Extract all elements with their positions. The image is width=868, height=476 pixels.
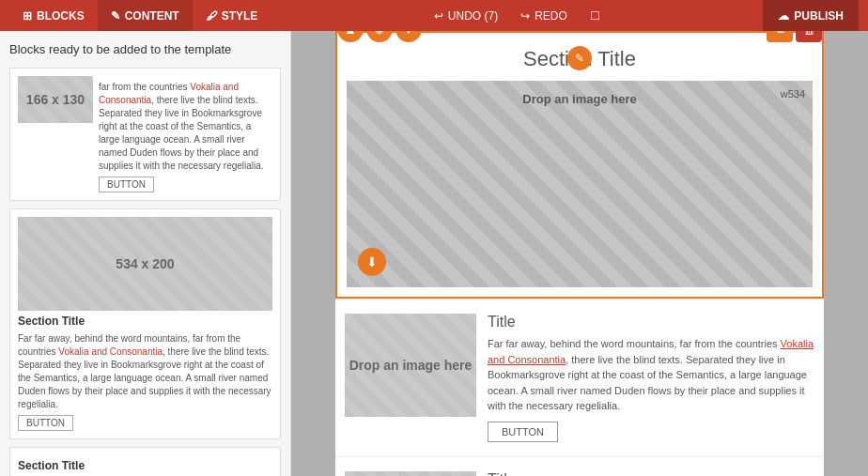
cloud-icon: ☁ [778, 9, 789, 23]
section2-content: Title Far far away, behind the word moun… [488, 314, 814, 442]
block-card-2[interactable]: 534 x 200 Section Title Far far away, be… [9, 208, 281, 439]
topbar-style[interactable]: 🖌 STYLE [193, 0, 271, 31]
section3-title: Title [488, 471, 516, 477]
section-controls-right: ⧉ 🗑 [767, 31, 822, 42]
topbar: ⊞ BLOCKS ✎ CONTENT 🖌 STYLE ↩ UNDO (7) ↪ … [0, 0, 868, 31]
section2-button[interactable]: BUTTON [488, 422, 558, 442]
redo-button[interactable]: ↪ REDO [509, 0, 579, 31]
card3-title: Section Title [18, 459, 272, 472]
topbar-content[interactable]: ✎ CONTENT [98, 0, 193, 31]
preview-button[interactable]: ☐ [579, 0, 612, 31]
section-controls-top: ▲ ◉ ▼ [337, 31, 422, 42]
section3-image[interactable]: Drop an image here [345, 471, 476, 477]
page-canvas: ▲ ◉ ▼ ⧉ 🗑 Section Title ✎ Drop an image … [335, 31, 824, 463]
move-up-button[interactable]: ▲ [337, 31, 364, 42]
image-width-label: w534 [781, 88, 805, 100]
panel-title: Blocks ready to be added to the template [9, 40, 281, 58]
section2-image[interactable]: Drop an image here [345, 314, 476, 417]
edit-icon[interactable]: ✎ [567, 46, 592, 70]
upload-icon[interactable]: ⬇ [358, 248, 386, 276]
left-panel: Blocks ready to be added to the template… [0, 31, 291, 476]
image-drop-label-1: Drop an image here [522, 92, 636, 106]
undo-icon: ↩ [434, 9, 443, 23]
section2-title: Title [488, 314, 814, 330]
redo-label: REDO [535, 9, 567, 23]
move-down-button[interactable]: ▼ [395, 31, 422, 42]
block-card-3[interactable]: Section Title Far far away, behind the w… [9, 447, 281, 476]
section-block-2: Drop an image here Title Far far away, b… [335, 299, 824, 456]
style-label: STYLE [222, 9, 258, 23]
blocks-icon: ⊞ [23, 9, 32, 23]
blocks-label: BLOCKS [37, 9, 85, 23]
topbar-blocks[interactable]: ⊞ BLOCKS [9, 0, 98, 31]
undo-button[interactable]: ↩ UNDO (7) [423, 0, 509, 31]
preview-icon: ☐ [590, 9, 600, 23]
main-layout: Blocks ready to be added to the template… [0, 31, 868, 476]
undo-label: UNDO (7) [448, 9, 498, 23]
content-icon: ✎ [111, 9, 120, 23]
card2-text: Far far away, behind the word mountains,… [18, 332, 272, 411]
redo-icon: ↪ [520, 9, 530, 23]
copy-section-button[interactable]: ⧉ [767, 31, 793, 42]
card2-button[interactable]: BUTTON [18, 415, 73, 431]
section-block-3: Drop an image here Title [335, 456, 824, 477]
card2-image: 534 x 200 [18, 217, 272, 311]
card2-title: Section Title [18, 315, 272, 328]
content-label: CONTENT [125, 9, 179, 23]
card1-text: far from the countries Vokalia and Conso… [99, 81, 272, 173]
publish-button[interactable]: ☁ PUBLISH [763, 0, 859, 31]
delete-section-button[interactable]: 🗑 [796, 31, 822, 42]
style-icon: 🖌 [206, 9, 217, 23]
expand-button[interactable]: ◉ [366, 31, 393, 42]
center-panel: ▲ ◉ ▼ ⧉ 🗑 Section Title ✎ Drop an image … [291, 31, 868, 476]
block-card-1[interactable]: 166 x 130 far from the countries Vokalia… [9, 68, 281, 201]
section2-text: Far far away, behind the word mountains,… [488, 336, 814, 414]
section-block-1: ▲ ◉ ▼ ⧉ 🗑 Section Title ✎ Drop an image … [335, 31, 824, 299]
image-drop-zone-1[interactable]: Drop an image here w534 ⬇ [347, 81, 813, 287]
card1-image: 166 x 130 [18, 76, 93, 123]
publish-label: PUBLISH [794, 9, 844, 23]
card1-button[interactable]: BUTTON [99, 177, 154, 192]
